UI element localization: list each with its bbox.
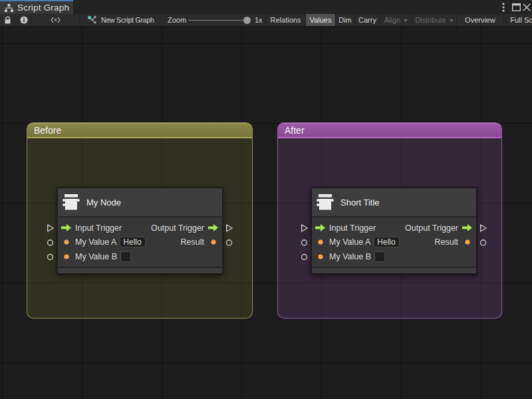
port-result[interactable]: Result bbox=[181, 237, 218, 247]
value-dot-icon bbox=[64, 254, 69, 259]
value-dot-icon bbox=[318, 254, 323, 259]
code-icon bbox=[51, 17, 61, 23]
unit-icon bbox=[62, 194, 80, 211]
flow-arrow-icon bbox=[315, 224, 325, 231]
port-row-trigger: Input Trigger Output Trigger bbox=[58, 221, 222, 235]
group-label: Before bbox=[34, 125, 61, 136]
zoom-label: Zoom bbox=[168, 14, 186, 26]
value-dot-icon bbox=[64, 239, 69, 245]
value-a-input[interactable]: Hello bbox=[120, 237, 146, 247]
port-output-trigger[interactable]: Output Trigger bbox=[151, 223, 218, 233]
toolbar-buttons: Relations Values Dim Carry Align Distrib… bbox=[265, 14, 532, 26]
toolbar: New Script Graph Zoom 1x Relations Value… bbox=[0, 14, 532, 27]
port-output-trigger[interactable]: Output Trigger bbox=[405, 223, 472, 233]
dim-button[interactable]: Dim bbox=[335, 14, 354, 26]
maximize-icon[interactable] bbox=[511, 0, 521, 14]
chevron-down-icon bbox=[450, 19, 454, 22]
node-short-title[interactable]: Short Title Input Trigger Output Trigger bbox=[311, 188, 477, 274]
node-footer bbox=[58, 267, 222, 273]
kebab-menu-icon[interactable] bbox=[499, 0, 508, 14]
info-icon bbox=[20, 16, 28, 24]
distribute-dropdown[interactable]: Distribute bbox=[412, 14, 456, 26]
unit-icon bbox=[316, 194, 334, 211]
carry-button[interactable]: Carry bbox=[354, 14, 380, 26]
port-result[interactable]: Result bbox=[435, 237, 472, 247]
graph-name: New Script Graph bbox=[101, 16, 154, 24]
info-button[interactable] bbox=[16, 14, 32, 26]
node-my-node[interactable]: My Node Input Trigger Output Trigger bbox=[57, 188, 223, 274]
port-value-a[interactable]: My Value A Hello bbox=[61, 237, 146, 247]
zoom-slider-knob[interactable] bbox=[243, 17, 251, 24]
lock-icon bbox=[4, 16, 11, 24]
flow-arrow-icon bbox=[61, 224, 71, 231]
flow-arrow-icon bbox=[208, 224, 218, 231]
new-script-graph-icon bbox=[88, 16, 96, 24]
port-row-value-a: My Value A Hello Result bbox=[58, 235, 222, 249]
full-screen-button[interactable]: Full Screen bbox=[503, 14, 532, 26]
node-header[interactable]: My Node bbox=[58, 188, 222, 217]
script-graph-window: Script Graph bbox=[0, 0, 532, 399]
flow-arrow-icon bbox=[462, 224, 472, 231]
node-title: Short Title bbox=[340, 198, 380, 207]
value-dot-icon bbox=[465, 239, 470, 245]
value-b-input[interactable] bbox=[374, 251, 385, 262]
node-body: Input Trigger Output Trigger My Value A … bbox=[312, 217, 476, 263]
port-value-b[interactable]: My Value B bbox=[61, 251, 131, 262]
value-b-input[interactable] bbox=[120, 251, 131, 262]
node-footer bbox=[312, 267, 476, 273]
node-header[interactable]: Short Title bbox=[312, 188, 476, 217]
align-dropdown[interactable]: Align bbox=[380, 14, 412, 26]
port-row-value-b: My Value B bbox=[58, 249, 222, 263]
graph-tab-icon bbox=[5, 4, 13, 12]
port-input-trigger[interactable]: Input Trigger bbox=[315, 223, 376, 233]
relations-button[interactable]: Relations bbox=[265, 14, 305, 26]
overview-button[interactable]: Overview bbox=[456, 14, 503, 26]
group-after-header[interactable]: After bbox=[278, 123, 501, 138]
port-row-value-a: My Value A Hello Result bbox=[312, 235, 476, 249]
chevron-down-icon bbox=[404, 19, 408, 22]
graph-canvas[interactable]: Before After My Node bbox=[0, 27, 532, 399]
group-before-header[interactable]: Before bbox=[27, 123, 252, 138]
code-view-button[interactable] bbox=[32, 14, 80, 26]
close-icon[interactable] bbox=[522, 0, 531, 14]
zoom-value: 1x bbox=[255, 14, 263, 26]
values-button[interactable]: Values bbox=[305, 14, 335, 26]
node-body: Input Trigger Output Trigger My Value A … bbox=[58, 217, 222, 263]
node-title: My Node bbox=[86, 198, 121, 207]
tab-title: Script Graph bbox=[17, 3, 69, 13]
value-a-input[interactable]: Hello bbox=[374, 237, 400, 247]
port-row-trigger: Input Trigger Output Trigger bbox=[312, 221, 476, 235]
zoom-slider-track[interactable] bbox=[189, 20, 247, 21]
lock-button[interactable] bbox=[0, 14, 16, 26]
value-dot-icon bbox=[318, 239, 323, 245]
group-label: After bbox=[285, 125, 305, 136]
port-value-a[interactable]: My Value A Hello bbox=[315, 237, 400, 247]
graph-reference[interactable]: New Script Graph bbox=[80, 14, 154, 26]
value-dot-icon bbox=[211, 239, 216, 245]
title-bar: Script Graph bbox=[0, 0, 532, 14]
port-value-b[interactable]: My Value B bbox=[315, 251, 385, 262]
port-row-value-b: My Value B bbox=[312, 249, 476, 263]
tab-script-graph[interactable]: Script Graph bbox=[0, 0, 73, 14]
port-input-trigger[interactable]: Input Trigger bbox=[61, 223, 122, 233]
